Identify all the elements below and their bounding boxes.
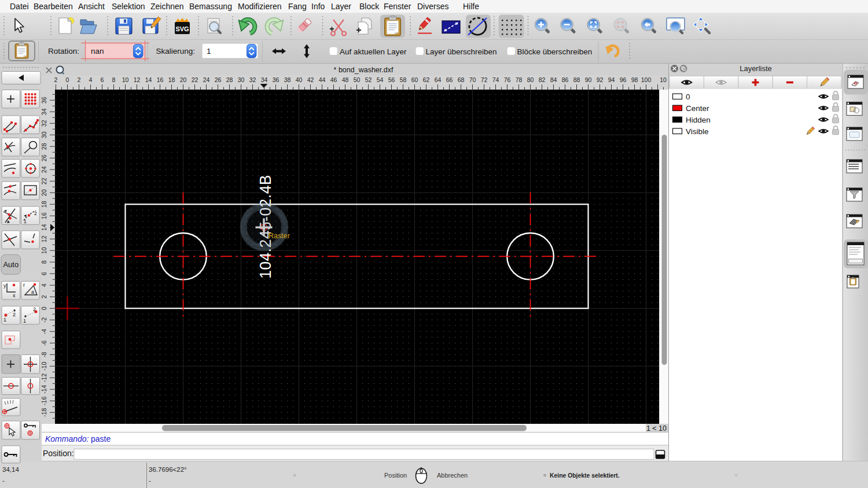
svg-text:78: 78 (516, 76, 523, 83)
svg-text:1 < 10: 1 < 10 (646, 424, 667, 432)
svg-text:-14: -14 (41, 385, 47, 394)
svg-text:58: 58 (400, 76, 407, 83)
svg-text:Position:: Position: (43, 449, 74, 458)
svg-text:Fang: Fang (288, 2, 307, 11)
svg-text:32: 32 (41, 120, 47, 127)
svg-text:Hilfe: Hilfe (463, 2, 479, 11)
svg-text:paste: paste (91, 434, 111, 443)
svg-text:4: 4 (41, 283, 47, 287)
svg-text:2: 2 (54, 76, 58, 83)
svg-text:16: 16 (157, 76, 164, 83)
svg-text:2: 2 (41, 295, 47, 298)
svg-text:30: 30 (238, 76, 245, 83)
svg-text:10: 10 (41, 247, 47, 254)
svg-text:64: 64 (435, 76, 442, 83)
svg-text:26: 26 (41, 154, 47, 161)
svg-text:x: x (13, 293, 16, 298)
svg-text:8: 8 (41, 260, 47, 264)
svg-text:-: - (2, 477, 5, 484)
svg-text:Datei: Datei (10, 2, 29, 11)
svg-text:68: 68 (458, 76, 465, 83)
svg-text:32: 32 (249, 76, 256, 83)
svg-text:Position: Position (384, 472, 407, 479)
svg-text:-2: -2 (41, 317, 47, 322)
svg-text:52: 52 (365, 76, 372, 83)
svg-text:28: 28 (226, 76, 233, 83)
svg-text:6: 6 (101, 76, 104, 83)
svg-text:* bond_washer.dxf: * bond_washer.dxf (334, 66, 393, 74)
svg-text:-12: -12 (41, 374, 47, 382)
svg-text:36: 36 (41, 97, 47, 103)
svg-text:30: 30 (41, 131, 47, 138)
svg-text:Fenster: Fenster (384, 2, 411, 11)
svg-text:62: 62 (423, 76, 430, 83)
svg-text:76: 76 (504, 76, 511, 83)
svg-text:Hidden: Hidden (686, 116, 711, 124)
svg-text:86: 86 (562, 76, 569, 83)
svg-text:34: 34 (261, 76, 268, 83)
svg-text:-6: -6 (41, 340, 47, 345)
svg-text:Center: Center (686, 104, 709, 113)
svg-text:Bearbeiten: Bearbeiten (34, 2, 73, 11)
svg-text:12: 12 (41, 235, 47, 242)
svg-text:18: 18 (41, 201, 47, 208)
svg-text:22: 22 (192, 76, 198, 83)
svg-text:-18: -18 (41, 408, 47, 417)
svg-text:2: 2 (78, 76, 81, 83)
svg-text:82: 82 (539, 76, 546, 83)
svg-text:Bemassung: Bemassung (189, 2, 232, 11)
svg-text:18: 18 (168, 76, 175, 83)
svg-text:-: - (149, 477, 151, 484)
svg-text:60: 60 (411, 76, 418, 83)
svg-text:Info: Info (311, 2, 325, 11)
svg-text:38: 38 (284, 76, 291, 83)
svg-text:44: 44 (319, 76, 326, 83)
svg-text:90: 90 (585, 76, 592, 83)
svg-text:84: 84 (550, 76, 557, 83)
svg-text:Layerliste: Layerliste (740, 64, 772, 73)
svg-text:80: 80 (527, 76, 534, 83)
svg-text:12: 12 (134, 76, 141, 83)
svg-text:Abbrechen: Abbrechen (437, 472, 468, 479)
svg-text:Auf aktuellen Layer: Auf aktuellen Layer (340, 47, 407, 56)
svg-text:Rotation:: Rotation: (48, 47, 79, 56)
svg-text:8: 8 (112, 76, 116, 83)
svg-text:-4: -4 (41, 328, 47, 334)
svg-text:34: 34 (41, 108, 47, 115)
svg-text:14: 14 (145, 76, 152, 83)
svg-text:-10: -10 (41, 362, 47, 371)
svg-text:10: 10 (660, 76, 667, 83)
svg-text:70: 70 (469, 76, 476, 83)
svg-text:2: 2 (34, 210, 37, 216)
svg-text:34,14: 34,14 (2, 466, 19, 473)
svg-text:Block: Block (359, 2, 380, 11)
svg-text:Raster: Raster (269, 232, 290, 240)
svg-text:0: 0 (66, 76, 69, 83)
svg-text:Blöcke überschreiben: Blöcke überschreiben (517, 47, 593, 56)
svg-text:36: 36 (273, 76, 279, 83)
svg-text:-16: -16 (41, 397, 47, 405)
svg-text:48: 48 (342, 76, 349, 83)
svg-text:98: 98 (631, 76, 638, 83)
svg-text:a: a (31, 289, 34, 295)
svg-text:40: 40 (296, 76, 303, 83)
svg-text:Ansicht: Ansicht (78, 2, 105, 11)
svg-text:94: 94 (608, 76, 615, 83)
svg-text:1: 1 (23, 318, 26, 324)
svg-text:50: 50 (354, 76, 361, 83)
svg-text:nan: nan (91, 47, 104, 56)
svg-text:16: 16 (41, 212, 47, 219)
svg-text:22: 22 (41, 178, 47, 184)
svg-text:66: 66 (446, 76, 453, 83)
svg-text:92: 92 (597, 76, 604, 83)
svg-text:-8: -8 (41, 352, 47, 357)
svg-text:Keine Objekte selektiert.: Keine Objekte selektiert. (550, 472, 620, 479)
svg-text:42: 42 (307, 76, 314, 83)
svg-text:1: 1 (3, 317, 6, 323)
svg-text:Zeichnen: Zeichnen (150, 2, 184, 11)
svg-text:2: 2 (13, 312, 16, 317)
svg-text:Layer überschreiben: Layer überschreiben (426, 47, 497, 56)
svg-text:1: 1 (24, 219, 27, 224)
svg-text:0: 0 (686, 93, 690, 101)
svg-text:28: 28 (41, 143, 47, 150)
